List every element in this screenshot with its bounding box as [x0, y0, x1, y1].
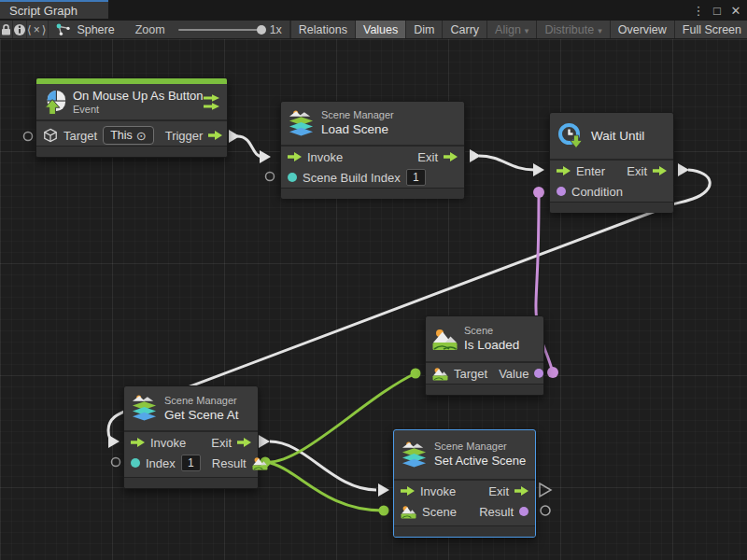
- port-setactive-scene-in[interactable]: [379, 506, 389, 516]
- title-bar: Script Graph ⋮ □ ✕: [0, 0, 747, 21]
- wire-arrowhead: [108, 435, 120, 448]
- node-wait-until[interactable]: Wait Until Enter Exit Condition: [549, 112, 674, 213]
- node-title: Wait Until: [591, 128, 644, 144]
- overview-button[interactable]: Overview: [610, 21, 674, 38]
- port-waituntil-condition-in[interactable]: [533, 187, 544, 198]
- port-loadscene-exit[interactable]: [470, 149, 481, 162]
- exit-label: Exit: [211, 436, 232, 450]
- exit-label: Exit: [627, 164, 647, 178]
- info-button[interactable]: [13, 21, 27, 38]
- flow-arrow-icon[interactable]: [131, 437, 145, 448]
- node-load-scene[interactable]: Scene Manager Load Scene Invoke Exit Sce…: [280, 101, 465, 196]
- dim-button[interactable]: Dim: [405, 21, 442, 38]
- scene-port-icon[interactable]: [252, 456, 268, 470]
- node-title: On Mouse Up As Button: [73, 88, 190, 104]
- port-waituntil-exit[interactable]: [678, 163, 689, 176]
- port-row-invoke-exit[interactable]: Invoke Exit: [394, 481, 535, 501]
- value-port-icon[interactable]: [519, 507, 529, 516]
- port-index-empty[interactable]: [112, 458, 120, 467]
- port-row-target-value[interactable]: Target Value: [426, 363, 543, 384]
- node-footer: [124, 477, 258, 488]
- port-isloaded-target[interactable]: [411, 369, 421, 379]
- port-trigger-out[interactable]: [229, 130, 240, 143]
- node-category: Scene Manager: [321, 109, 394, 121]
- values-button[interactable]: Values: [355, 21, 405, 38]
- graph-canvas[interactable]: On Mouse Up As Button Event Target: [0, 39, 747, 560]
- flow-arrow-icon[interactable]: [514, 485, 529, 497]
- distribute-button[interactable]: Distribute ▾: [536, 21, 609, 38]
- value-port-icon[interactable]: [557, 187, 566, 196]
- condition-label: Condition: [571, 185, 623, 199]
- code-view-button[interactable]: ⟨×⟩: [27, 21, 49, 38]
- lock-button[interactable]: [0, 21, 13, 38]
- flow-arrow-icon[interactable]: [444, 151, 458, 162]
- port-isloaded-value[interactable]: [547, 367, 558, 378]
- value-port-icon[interactable]: [288, 173, 297, 182]
- flow-arrow-icon[interactable]: [237, 437, 251, 448]
- port-buildindex-empty[interactable]: [266, 173, 275, 181]
- maximize-icon[interactable]: □: [710, 2, 725, 19]
- full-screen-button[interactable]: Full Screen: [674, 21, 747, 38]
- port-row-scene-build-index[interactable]: Scene Build Index 1: [281, 167, 464, 188]
- port-getsceneat-exit[interactable]: [259, 435, 270, 448]
- scene-port-icon[interactable]: [401, 505, 416, 519]
- lock-icon: [0, 23, 12, 36]
- port-row-target[interactable]: Target This ⊙ Trigger: [36, 125, 227, 146]
- target-object-field[interactable]: This ⊙: [103, 126, 154, 145]
- wire-getsceneat-to-setactive[interactable]: [270, 441, 376, 490]
- port-row-condition[interactable]: Condition: [550, 181, 673, 202]
- port-row-index-result[interactable]: Index 1 Result: [124, 453, 258, 473]
- node-get-scene-at[interactable]: Scene Manager Get Scene At Invoke Exit I…: [123, 385, 259, 489]
- target-picker-icon[interactable]: ⊙: [136, 129, 147, 143]
- scene-port-icon[interactable]: [432, 367, 448, 381]
- node-footer: [426, 384, 543, 395]
- node-category: Scene Manager: [164, 395, 239, 407]
- tab-script-graph[interactable]: Script Graph: [0, 0, 108, 19]
- relations-button[interactable]: Relations: [290, 21, 355, 38]
- zoom-slider[interactable]: [178, 29, 264, 31]
- enter-label: Enter: [576, 164, 605, 178]
- zoom-slider-handle[interactable]: [257, 25, 266, 35]
- port-row-invoke-exit[interactable]: Invoke Exit: [124, 432, 258, 453]
- scene-manager-icon: [288, 109, 315, 138]
- port-setactive-result-empty[interactable]: [541, 506, 550, 515]
- node-is-loaded[interactable]: Scene Is Loaded Target Value: [425, 315, 544, 396]
- kebab-menu-icon[interactable]: ⋮: [691, 2, 706, 19]
- node-category: Scene Manager: [434, 441, 526, 453]
- flow-arrow-icon[interactable]: [557, 165, 571, 176]
- align-button[interactable]: Align ▾: [486, 21, 536, 38]
- port-row-invoke-exit[interactable]: Invoke Exit: [281, 147, 464, 167]
- index-input[interactable]: 1: [181, 455, 201, 471]
- invoke-label: Invoke: [420, 484, 456, 498]
- graph-toolbar: ⟨×⟩ Sphere Zoom 1x Relations Values Dim …: [0, 21, 747, 39]
- value-port-icon[interactable]: [534, 369, 543, 378]
- wire-loadscene-to-waituntil[interactable]: [479, 156, 534, 170]
- port-row-scene-result[interactable]: Scene Result: [394, 501, 535, 522]
- port-setactive-exit-empty[interactable]: [540, 483, 551, 497]
- scene-manager-icon: [401, 441, 428, 469]
- node-footer: [281, 188, 464, 199]
- flow-arrow-icon[interactable]: [288, 151, 302, 162]
- scene-build-index-input[interactable]: 1: [406, 169, 426, 186]
- flow-arrow-icon[interactable]: [208, 130, 222, 141]
- node-set-active-scene[interactable]: Scene Manager Set Active Scene Invoke Ex…: [393, 429, 536, 538]
- target-label: Target: [63, 129, 97, 143]
- node-footer: [394, 525, 535, 537]
- zoom-value: 1x: [270, 23, 282, 36]
- scene-icon: [432, 328, 458, 351]
- node-on-mouse-up-as-button[interactable]: On Mouse Up As Button Event Target: [35, 77, 228, 158]
- flow-arrow-icon[interactable]: [401, 485, 415, 497]
- close-icon[interactable]: ✕: [728, 2, 743, 19]
- script-graph-window: Script Graph ⋮ □ ✕ ⟨×⟩ Sphere Zoom: [0, 0, 747, 560]
- exit-label: Exit: [488, 484, 509, 498]
- node-footer: [36, 146, 227, 157]
- flow-arrow-icon[interactable]: [653, 165, 667, 176]
- port-row-enter-exit[interactable]: Enter Exit: [550, 161, 673, 181]
- port-onmouseup-target-empty[interactable]: [24, 133, 33, 141]
- value-port-icon[interactable]: [131, 458, 140, 468]
- wire-trigger-to-loadscene[interactable]: [237, 136, 263, 157]
- zoom-label: Zoom: [135, 23, 165, 36]
- node-subtitle: Event: [73, 104, 190, 116]
- scene-manager-icon: [131, 394, 158, 423]
- carry-button[interactable]: Carry: [442, 21, 486, 38]
